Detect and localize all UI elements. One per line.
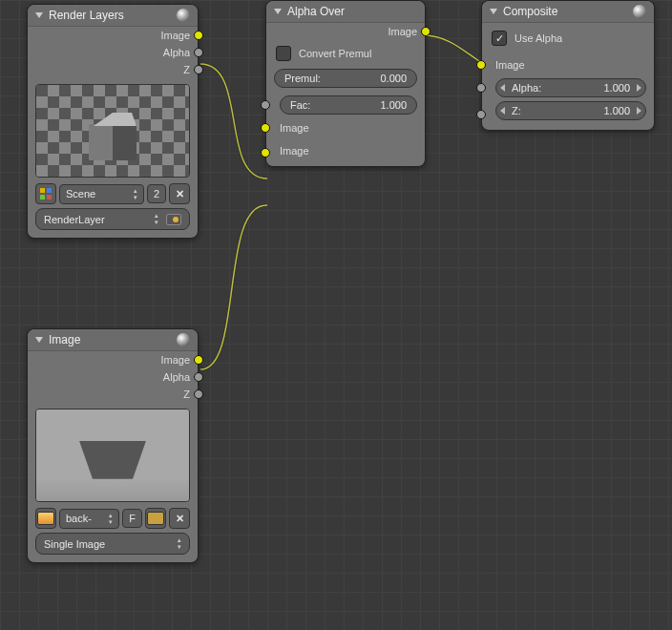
node-title: Composite (503, 5, 629, 18)
preview-sphere-icon (177, 333, 190, 346)
use-alpha-row: ✓ Use Alpha (482, 23, 654, 53)
node-header[interactable]: Alpha Over (266, 1, 425, 23)
collapse-icon[interactable] (35, 12, 43, 18)
input-image: Image (482, 53, 654, 76)
fac-value: 1.000 (380, 99, 407, 111)
socket-label: Image (280, 145, 309, 157)
alpha-label: Alpha: (512, 82, 541, 94)
output-image: Image (266, 23, 425, 40)
unlink-button[interactable]: ✕ (169, 508, 190, 529)
socket-out-image[interactable] (194, 31, 203, 40)
convert-label: Convert Premul (299, 48, 371, 59)
input-image-1: Image (266, 116, 425, 139)
node-title: Alpha Over (287, 5, 417, 18)
socket-in-z[interactable] (476, 110, 486, 119)
unlink-button[interactable]: ✕ (169, 183, 190, 204)
node-image[interactable]: Image Image Alpha Z back- ▴▾ F ✕ Single … (27, 328, 199, 563)
fac-row: Fac: 1.000 (266, 94, 425, 116)
fac-label: Fac: (290, 99, 310, 111)
premul-label: Premul: (284, 73, 321, 84)
node-header[interactable]: Render Layers (28, 5, 198, 27)
render-icon[interactable] (166, 214, 181, 225)
image-mode: Single Image (44, 538, 105, 550)
scene-select[interactable]: Scene ▴▾ (59, 184, 144, 204)
image-mode-select[interactable]: Single Image ▴▾ (35, 533, 190, 555)
socket-label: Image (160, 354, 190, 366)
fac-field[interactable]: Fac: 1.000 (280, 95, 417, 115)
socket-label: Image (160, 30, 190, 41)
socket-out-z[interactable] (194, 65, 203, 74)
socket-in-alpha[interactable] (476, 83, 486, 93)
use-alpha-checkbox[interactable]: ✓ (492, 31, 507, 46)
collapse-icon[interactable] (490, 9, 497, 14)
convert-premul-checkbox[interactable] (276, 46, 291, 61)
open-file-icon[interactable] (145, 508, 166, 529)
socket-out-z[interactable] (194, 389, 203, 399)
z-field[interactable]: Z: 1.000 (495, 101, 646, 120)
svg-rect-1 (47, 188, 52, 193)
z-value: 1.000 (603, 105, 630, 116)
z-row: Z: 1.000 (482, 99, 654, 130)
collapse-icon[interactable] (274, 9, 282, 14)
collapse-icon[interactable] (35, 337, 43, 343)
socket-in-image[interactable] (476, 60, 486, 70)
image-name[interactable]: back- ▴▾ (59, 509, 119, 529)
output-alpha: Alpha (28, 44, 198, 61)
output-image: Image (28, 351, 198, 368)
browse-scene-icon[interactable] (35, 183, 56, 204)
socket-out-alpha[interactable] (194, 372, 203, 382)
alpha-value: 1.000 (603, 82, 630, 94)
svg-rect-0 (40, 188, 45, 193)
socket-label: Alpha (163, 47, 190, 58)
socket-out-alpha[interactable] (194, 48, 203, 57)
node-title: Image (49, 333, 173, 346)
z-label: Z: (512, 105, 521, 116)
socket-label: Z (183, 388, 190, 400)
input-image-2: Image (266, 139, 425, 166)
socket-label: Image (495, 59, 525, 71)
preview-image (35, 84, 190, 178)
node-title: Render Layers (49, 9, 173, 22)
use-alpha-label: Use Alpha (514, 32, 562, 44)
node-header[interactable]: Composite (482, 1, 654, 23)
scene-users[interactable]: 2 (147, 184, 166, 203)
preview-sphere-icon (633, 5, 646, 18)
socket-label: Image (388, 26, 417, 37)
socket-label: Alpha (163, 371, 190, 383)
socket-label: Z (183, 64, 190, 75)
socket-in-image2[interactable] (261, 148, 270, 158)
svg-rect-2 (40, 195, 45, 200)
alpha-row: Alpha: 1.000 (482, 76, 654, 99)
socket-label: Image (280, 122, 309, 134)
output-z: Z (28, 386, 198, 403)
node-alpha-over[interactable]: Alpha Over Image Convert Premul Premul: … (265, 0, 426, 167)
output-z: Z (28, 61, 198, 78)
layer-name: RenderLayer (44, 214, 105, 225)
output-image: Image (28, 27, 198, 44)
svg-rect-3 (47, 195, 52, 200)
premul-value: 0.000 (380, 73, 407, 84)
socket-out-image[interactable] (194, 355, 203, 365)
browse-image-icon[interactable] (35, 508, 56, 529)
alpha-field[interactable]: Alpha: 1.000 (495, 78, 646, 97)
socket-in-image1[interactable] (261, 123, 270, 133)
renderlayer-select[interactable]: RenderLayer ▴▾ (35, 208, 190, 230)
image-file: back- (66, 513, 92, 524)
node-header[interactable]: Image (28, 329, 198, 351)
preview-image (35, 409, 190, 502)
output-alpha: Alpha (28, 368, 198, 386)
scene-name: Scene (66, 188, 95, 200)
node-render-layers[interactable]: Render Layers Image Alpha Z Scene ▴▾ 2 ✕… (27, 4, 199, 239)
convert-premul-row: Convert Premul (266, 40, 425, 67)
socket-out-image[interactable] (421, 27, 430, 36)
node-composite[interactable]: Composite ✓ Use Alpha Image Alpha: 1.000… (481, 0, 655, 131)
premul-field[interactable]: Premul: 0.000 (274, 69, 417, 88)
preview-sphere-icon (177, 9, 190, 22)
socket-in-fac[interactable] (261, 100, 270, 110)
fake-user-button[interactable]: F (122, 509, 142, 528)
